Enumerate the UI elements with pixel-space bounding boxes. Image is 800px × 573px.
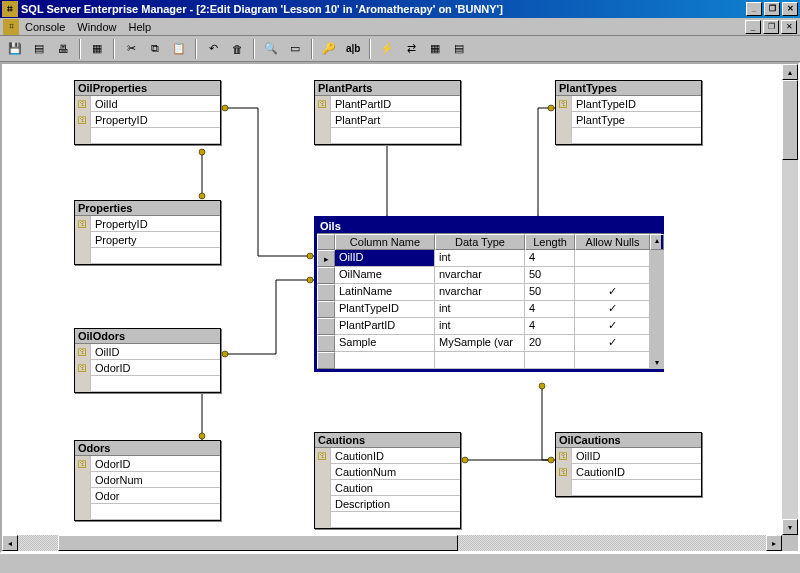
- paste-icon[interactable]: 📋: [168, 38, 190, 60]
- menu-help[interactable]: Help: [128, 21, 151, 33]
- mdi-minimize-button[interactable]: _: [745, 20, 761, 34]
- table-oilproperties[interactable]: OilProperties⚿OilId⚿PropertyID: [74, 80, 221, 145]
- scroll-left-button[interactable]: ◂: [2, 535, 18, 551]
- scroll-up-button[interactable]: ▴: [782, 64, 798, 80]
- diagram-canvas[interactable]: OilProperties⚿OilId⚿PropertyIDPlantParts…: [0, 62, 800, 553]
- col-header-type[interactable]: Data Type: [435, 234, 525, 250]
- table-column[interactable]: ⚿OilId: [75, 96, 220, 112]
- cell-name[interactable]: OilName: [335, 267, 435, 284]
- table-plantparts[interactable]: PlantParts⚿PlantPartIDPlantPart: [314, 80, 461, 145]
- cell-name[interactable]: LatinName: [335, 284, 435, 301]
- minimize-button[interactable]: _: [746, 2, 762, 16]
- properties-icon[interactable]: ▤: [28, 38, 50, 60]
- cell-allownulls[interactable]: ✓: [575, 284, 650, 301]
- table-column[interactable]: ⚿OilID: [556, 448, 701, 464]
- cell-type[interactable]: int: [435, 318, 525, 335]
- cell-length[interactable]: 20: [525, 335, 575, 352]
- annotation-icon[interactable]: a|b: [342, 38, 364, 60]
- table-column[interactable]: ⚿PlantTypeID: [556, 96, 701, 112]
- table-column[interactable]: ⚿CautionID: [315, 448, 460, 464]
- table-column[interactable]: ⚿PlantPartID: [315, 96, 460, 112]
- table-column[interactable]: Property: [75, 232, 220, 248]
- undo-icon[interactable]: ↶: [202, 38, 224, 60]
- delete-icon[interactable]: 🗑: [226, 38, 248, 60]
- cell-type[interactable]: nvarchar: [435, 267, 525, 284]
- horizontal-scrollbar[interactable]: ◂ ▸: [2, 535, 782, 551]
- table-column[interactable]: ⚿OilID: [75, 344, 220, 360]
- oils-row[interactable]: PlantPartIDint4✓: [317, 318, 661, 335]
- mdi-close-button[interactable]: ✕: [781, 20, 797, 34]
- cell-length[interactable]: 4: [525, 301, 575, 318]
- cell-name[interactable]: Sample: [335, 335, 435, 352]
- mdi-icon[interactable]: ⌗: [3, 19, 19, 35]
- table-header[interactable]: OilOdors: [75, 329, 220, 344]
- oils-row[interactable]: SampleMySample (var20✓: [317, 335, 661, 352]
- close-button[interactable]: ✕: [782, 2, 798, 16]
- table-header-oils[interactable]: Oils: [317, 219, 661, 234]
- cell-name[interactable]: PlantPartID: [335, 318, 435, 335]
- table-header[interactable]: Properties: [75, 201, 220, 216]
- cell-type[interactable]: int: [435, 301, 525, 318]
- cell-length[interactable]: 4: [525, 318, 575, 335]
- cell-type[interactable]: int: [435, 250, 525, 267]
- scroll-down-button[interactable]: ▾: [782, 519, 798, 535]
- table-column[interactable]: PlantType: [556, 112, 701, 128]
- print-icon[interactable]: 🖶: [52, 38, 74, 60]
- cell-allownulls[interactable]: [575, 267, 650, 284]
- cell-allownulls[interactable]: ✓: [575, 318, 650, 335]
- table-column[interactable]: ⚿PropertyID: [75, 216, 220, 232]
- cell-type[interactable]: nvarchar: [435, 284, 525, 301]
- table-odors[interactable]: Odors⚿OdorIDOdorNumOdor: [74, 440, 221, 521]
- table-header[interactable]: OilProperties: [75, 81, 220, 96]
- oils-row[interactable]: LatinNamenvarchar50✓: [317, 284, 661, 301]
- vertical-scrollbar[interactable]: ▴ ▾: [782, 64, 798, 535]
- table-column[interactable]: CautionNum: [315, 464, 460, 480]
- cell-allownulls[interactable]: [575, 250, 650, 267]
- table-column[interactable]: PlantPart: [315, 112, 460, 128]
- table-column[interactable]: ⚿CautionID: [556, 464, 701, 480]
- scroll-down-icon[interactable]: ▾: [650, 352, 664, 369]
- cell-length[interactable]: 50: [525, 284, 575, 301]
- table-header[interactable]: Odors: [75, 441, 220, 456]
- table-header[interactable]: PlantParts: [315, 81, 460, 96]
- sql-icon[interactable]: ⚡: [376, 38, 398, 60]
- table-header[interactable]: Cautions: [315, 433, 460, 448]
- menu-window[interactable]: Window: [77, 21, 116, 33]
- table-oils[interactable]: Oils Column Name Data Type Length Allow …: [314, 216, 664, 372]
- table-column[interactable]: Description: [315, 496, 460, 512]
- cell-type[interactable]: MySample (var: [435, 335, 525, 352]
- relation-icon[interactable]: ⇄: [400, 38, 422, 60]
- key-icon[interactable]: 🔑: [318, 38, 340, 60]
- cell-name[interactable]: PlantTypeID: [335, 301, 435, 318]
- maximize-button[interactable]: ❐: [764, 2, 780, 16]
- save-icon[interactable]: 💾: [4, 38, 26, 60]
- table-column[interactable]: ⚿OdorID: [75, 456, 220, 472]
- table-column[interactable]: Caution: [315, 480, 460, 496]
- cell-length[interactable]: 4: [525, 250, 575, 267]
- table-cautions[interactable]: Cautions⚿CautionIDCautionNumCautionDescr…: [314, 432, 461, 529]
- cut-icon[interactable]: ✂: [120, 38, 142, 60]
- oils-row[interactable]: PlantTypeIDint4✓: [317, 301, 661, 318]
- mdi-restore-button[interactable]: ❐: [763, 20, 779, 34]
- oils-row[interactable]: OilNamenvarchar50: [317, 267, 661, 284]
- table-column[interactable]: Odor: [75, 488, 220, 504]
- table-column[interactable]: OdorNum: [75, 472, 220, 488]
- col-header-length[interactable]: Length: [525, 234, 575, 250]
- oils-row[interactable]: ▸OilIDint4: [317, 250, 661, 267]
- col-header-nulls[interactable]: Allow Nulls: [575, 234, 650, 250]
- scroll-right-button[interactable]: ▸: [766, 535, 782, 551]
- table-planttypes[interactable]: PlantTypes⚿PlantTypeIDPlantType: [555, 80, 702, 145]
- zoom-icon[interactable]: 🔍: [260, 38, 282, 60]
- table-header[interactable]: OilCautions: [556, 433, 701, 448]
- table-oilodors[interactable]: OilOdors⚿OilID⚿OdorID: [74, 328, 221, 393]
- new-table-icon[interactable]: ▦: [86, 38, 108, 60]
- cell-allownulls[interactable]: ✓: [575, 301, 650, 318]
- copy-icon[interactable]: ⧉: [144, 38, 166, 60]
- table-icon[interactable]: ▦: [424, 38, 446, 60]
- layout-icon[interactable]: ▤: [448, 38, 470, 60]
- cell-allownulls[interactable]: ✓: [575, 335, 650, 352]
- menu-console[interactable]: Console: [25, 21, 65, 33]
- scroll-up-icon[interactable]: ▴: [650, 234, 664, 250]
- arrange-icon[interactable]: ▭: [284, 38, 306, 60]
- cell-name[interactable]: OilID: [335, 250, 435, 267]
